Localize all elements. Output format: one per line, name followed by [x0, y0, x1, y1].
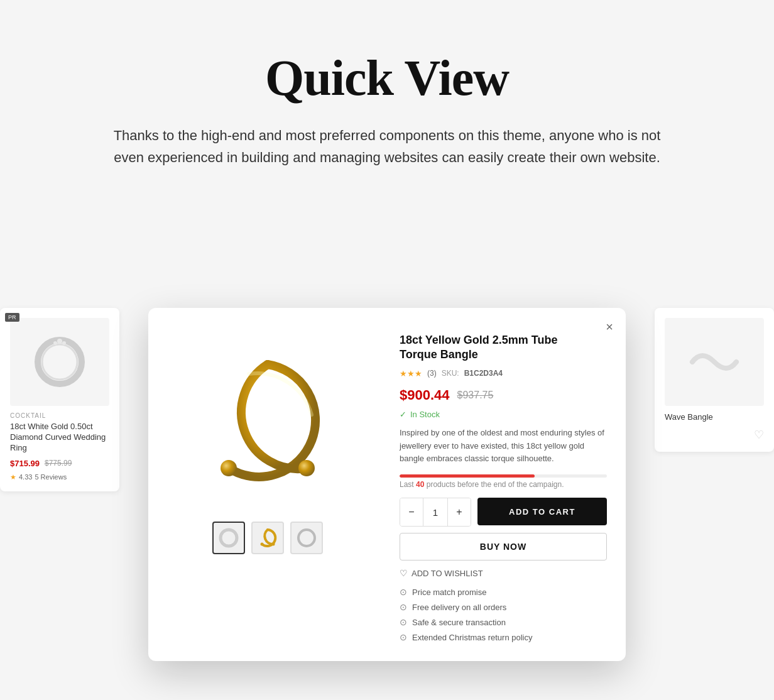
increase-quantity-button[interactable]: +: [448, 498, 471, 526]
right-product-image: [665, 318, 764, 406]
price-original: $775.99: [45, 459, 72, 468]
wave-bangle-svg: [686, 343, 743, 381]
product-badge: PR: [5, 313, 19, 322]
secure-icon: ⊙: [400, 617, 407, 627]
delivery-icon: ⊙: [400, 602, 407, 612]
sku-label: SKU:: [442, 369, 459, 378]
in-stock-text: In Stock: [410, 410, 440, 419]
product-brand: COCKTAIL: [10, 412, 109, 419]
product-rating: ★ 4.33 5 Reviews: [10, 473, 109, 481]
svg-point-2: [57, 339, 62, 344]
svg-point-10: [298, 530, 315, 546]
product-prices: $715.99 $775.99: [10, 459, 109, 468]
hero-section: Quick View Thanks to the high-end and mo…: [0, 0, 774, 206]
stock-row: ✓ In Stock: [400, 410, 607, 419]
rating-label: 5 Reviews: [35, 473, 67, 481]
wishlist-row[interactable]: ♡ ADD TO WISHLIST: [400, 568, 607, 578]
svg-point-9: [272, 543, 275, 546]
progress-bar-fill: [400, 474, 535, 478]
thumbnail-3[interactable]: [290, 522, 323, 554]
page-title: Quick View: [25, 50, 749, 106]
modal-image-section: [148, 308, 387, 661]
add-to-cart-button[interactable]: ADD TO CART: [477, 498, 607, 525]
ring-svg: [31, 334, 88, 390]
info-text-secure: Safe & secure transaction: [412, 618, 506, 627]
check-icon: ✓: [400, 410, 406, 419]
left-product-card: PR COCKTAIL 18ct White Gold 0.50ct Diamo…: [0, 308, 119, 491]
bangle-svg: [186, 339, 349, 503]
quantity-control: − 1 +: [400, 498, 471, 527]
star-icon: ★: [10, 473, 16, 481]
left-product-image: [10, 318, 109, 406]
right-product-name: Wave Bangle: [665, 412, 764, 423]
returns-icon: ⊙: [400, 632, 407, 642]
modal-price-original: $937.75: [457, 390, 494, 401]
main-product-image: [180, 333, 356, 509]
svg-point-8: [261, 543, 264, 546]
info-text-delivery: Free delivery on all orders: [412, 603, 506, 612]
modal-price-current: $900.44: [400, 387, 450, 403]
wishlist-label: ADD TO WISHLIST: [412, 569, 483, 578]
minus-icon: −: [408, 506, 414, 518]
svg-point-3: [53, 341, 57, 345]
product-description: Inspired by one of the oldest and most e…: [400, 427, 607, 466]
wishlist-icon-right[interactable]: ♡: [754, 428, 764, 442]
thumbnail-2[interactable]: [251, 522, 284, 554]
svg-point-7: [221, 530, 237, 546]
svg-point-5: [221, 460, 237, 476]
svg-point-0: [38, 340, 82, 384]
close-button[interactable]: ×: [603, 318, 616, 336]
progress-label: Last 40 products before the end of the c…: [400, 480, 607, 489]
quantity-value: 1: [423, 498, 448, 526]
plus-icon: +: [456, 506, 462, 518]
rating-stars-icon: ★★★: [400, 369, 422, 378]
info-text-price-match: Price match promise: [412, 588, 486, 597]
modal-product-title: 18ct Yellow Gold 2.5mm Tube Torque Bangl…: [400, 333, 607, 363]
price-current: $715.99: [10, 459, 40, 468]
svg-point-4: [62, 341, 66, 345]
info-text-returns: Extended Christmas return policy: [412, 633, 532, 642]
price-match-icon: ⊙: [400, 587, 407, 597]
decrease-quantity-button[interactable]: −: [400, 498, 423, 526]
thumbnail-strip: [212, 522, 323, 554]
quick-view-modal: × 18ct Yellow Gold 2.5mm Tube Torque Ban…: [148, 308, 626, 661]
right-product-card: Wave Bangle ♡: [655, 308, 774, 452]
info-list: ⊙ Price match promise ⊙ Free delivery on…: [400, 587, 607, 642]
rating-value: 4.33: [19, 473, 32, 481]
thumbnail-1[interactable]: [212, 522, 245, 554]
stock-progress: Last 40 products before the end of the c…: [400, 474, 607, 489]
heart-icon: ♡: [400, 568, 408, 578]
info-item-price-match: ⊙ Price match promise: [400, 587, 607, 597]
price-row: $900.44 $937.75: [400, 387, 607, 403]
buy-now-button[interactable]: BUY NOW: [400, 533, 607, 561]
info-item-delivery: ⊙ Free delivery on all orders: [400, 602, 607, 612]
progress-suffix: products before the end of the campaign.: [427, 480, 564, 489]
svg-point-1: [42, 344, 77, 380]
sku-value: B1C2D3A4: [464, 369, 503, 378]
rating-count: (3): [427, 369, 437, 378]
rating-row: ★★★ (3) SKU: B1C2D3A4: [400, 369, 607, 378]
info-item-secure: ⊙ Safe & secure transaction: [400, 617, 607, 627]
cart-row: − 1 + ADD TO CART: [400, 498, 607, 527]
progress-highlight: 40: [416, 480, 424, 489]
info-item-returns: ⊙ Extended Christmas return policy: [400, 632, 607, 642]
hero-subtitle: Thanks to the high-end and most preferre…: [104, 124, 670, 168]
progress-bar-bg: [400, 474, 607, 478]
svg-point-6: [298, 460, 315, 476]
product-name: 18ct White Gold 0.50ct Diamond Curved We…: [10, 422, 109, 454]
modal-details-section: × 18ct Yellow Gold 2.5mm Tube Torque Ban…: [387, 308, 626, 661]
